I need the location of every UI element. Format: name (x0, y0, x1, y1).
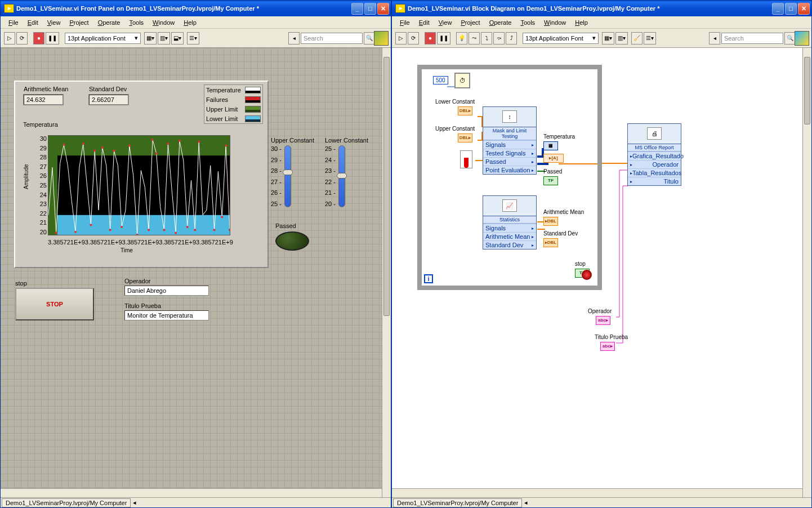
highlight-exec-button[interactable]: 💡 (456, 32, 467, 44)
menu-edit[interactable]: Edit (414, 18, 434, 27)
fp-workspace[interactable]: Arithmetic Mean 24.632 Standard Dev 2.66… (1, 48, 391, 497)
wait-timer-icon[interactable]: ⏱ (454, 73, 470, 88)
scroll-left[interactable]: ◂ (288, 32, 300, 44)
pause-button[interactable]: ❚❚ (46, 32, 59, 44)
align-button[interactable]: ▦▾ (144, 32, 157, 44)
minimize-button[interactable]: _ (351, 3, 363, 15)
string-terminal[interactable]: abc▸ (600, 342, 615, 351)
fp-title: Demo1_LVSeminar.vi Front Panel on Demo1_… (16, 5, 351, 12)
menu-window[interactable]: Window (539, 18, 570, 27)
menu-window[interactable]: Window (148, 18, 179, 27)
h-scrollbar[interactable] (1, 488, 382, 497)
search-icon[interactable]: 🔍 (784, 32, 796, 44)
step-into-button[interactable]: ⤵ (481, 32, 492, 44)
menu-help[interactable]: Help (570, 18, 592, 27)
tf-terminal[interactable]: TF (543, 176, 558, 185)
menu-tools[interactable]: Tools (516, 18, 539, 27)
h-scrollbar[interactable] (392, 488, 802, 497)
dbl-terminal[interactable]: ▸DBL (543, 217, 558, 226)
retain-wire-button[interactable]: ⤳ (469, 32, 480, 44)
menu-file[interactable]: File (4, 18, 23, 27)
dbl-terminal[interactable]: DBL▸ (458, 106, 472, 115)
ms-office-report-express[interactable]: 🖨 MS Office Report ▸Grafica_Resultado ▸O… (627, 123, 681, 186)
search-input[interactable]: Search (301, 33, 363, 44)
legend-item: Temperature (206, 87, 241, 93)
fp-toolbar: ▷ ⟳ ● ❚❚ 13pt Application Font▾ ▦▾ ▥▾ ⬓▾… (1, 29, 391, 48)
menu-help[interactable]: Help (179, 18, 201, 27)
close-button[interactable]: ✕ (798, 3, 810, 15)
const-500[interactable]: 500 (433, 76, 448, 84)
reorder-button[interactable]: ☰▾ (644, 32, 656, 44)
search-input[interactable]: Search (721, 33, 783, 44)
v-scrollbar[interactable] (802, 48, 811, 497)
status-tab[interactable]: Demo1_LVSeminarProy.lvproj/My Computer (2, 498, 131, 507)
svg-point-13 (128, 145, 131, 147)
dbl-terminal[interactable]: ▸DBL (543, 238, 558, 247)
array-terminal[interactable]: ▸[A] (543, 154, 564, 163)
titulo-input[interactable] (124, 310, 209, 320)
legend-item: Failures (206, 96, 228, 103)
font-selector[interactable]: 13pt Application Font▾ (65, 33, 141, 44)
mask-limit-express[interactable]: ↕ Mask and Limit Testing Signals▸ Tested… (483, 106, 537, 175)
menu-edit[interactable]: Edit (23, 18, 43, 27)
menu-file[interactable]: File (395, 18, 414, 27)
maximize-button[interactable]: □ (785, 3, 797, 15)
font-selector[interactable]: 13pt Application Font▾ (523, 33, 599, 44)
menu-view[interactable]: View (43, 18, 65, 27)
distribute-button[interactable]: ▥▾ (615, 32, 628, 44)
close-button[interactable]: ✕ (377, 3, 389, 15)
temperature-chart[interactable]: Temperatura Amplitude 302928272625242322… (23, 130, 230, 253)
svg-point-17 (155, 153, 158, 155)
abort-button[interactable]: ● (33, 32, 44, 44)
pause-button[interactable]: ❚❚ (437, 32, 450, 44)
waveform-terminal[interactable]: ▦ (543, 141, 558, 150)
operador-input[interactable] (124, 286, 209, 296)
search-icon[interactable]: 🔍 (364, 32, 375, 44)
iteration-terminal: i (424, 274, 433, 283)
scroll-left[interactable]: ◂ (709, 32, 720, 44)
mean-label: Arithmetic Mean (543, 209, 584, 215)
step-over-button[interactable]: ⤼ (493, 32, 505, 44)
step-out-button[interactable]: ⤴ (506, 32, 517, 44)
menu-view[interactable]: View (434, 18, 457, 27)
operador-field: Operador (124, 278, 209, 296)
statistics-express[interactable]: 📈 Statistics Signals▸ Arithmetic Mean▸ S… (483, 195, 537, 249)
svg-point-23 (194, 229, 196, 231)
run-cont-button[interactable]: ⟳ (408, 32, 419, 44)
bd-titlebar[interactable]: ▶ Demo1_LVSeminar.vi Block Diagram on De… (392, 1, 811, 16)
resize-button[interactable]: ⬓▾ (171, 32, 184, 44)
menu-operate[interactable]: Operate (485, 18, 516, 27)
bd-workspace[interactable]: i 500 ⏱ Lower Constant DBL▸ Upper Consta… (392, 48, 811, 497)
abort-button[interactable]: ● (425, 32, 436, 44)
dbl-terminal[interactable]: DBL▸ (458, 133, 472, 142)
vi-icon[interactable] (374, 31, 389, 46)
fp-titlebar[interactable]: ▶ Demo1_LVSeminar.vi Front Panel on Demo… (1, 1, 391, 16)
string-terminal[interactable]: abc▸ (596, 316, 610, 325)
run-button[interactable]: ▷ (4, 32, 15, 44)
menu-project[interactable]: Project (65, 18, 93, 27)
run-button[interactable]: ▷ (395, 32, 407, 44)
upper-constant-slider[interactable]: Upper Constant 30 -29 -28 -27 -26 -25 - (271, 137, 310, 207)
loop-stop-terminal[interactable] (582, 270, 592, 280)
v-scrollbar[interactable] (382, 48, 391, 497)
while-loop[interactable]: i 500 ⏱ Lower Constant DBL▸ Upper Consta… (417, 65, 602, 290)
minimize-button[interactable]: _ (772, 3, 784, 15)
thermometer-icon[interactable] (460, 150, 472, 168)
cleanup-button[interactable]: 🧹 (631, 32, 643, 44)
reorder-button[interactable]: ☰▾ (187, 32, 199, 44)
distribute-button[interactable]: ▥▾ (158, 32, 170, 44)
menu-tools[interactable]: Tools (124, 18, 148, 27)
menu-operate[interactable]: Operate (93, 18, 125, 27)
stop-button[interactable]: STOP (15, 288, 94, 320)
chart-legend[interactable]: Temperature Failures Upper Limit Lower L… (204, 84, 263, 124)
maximize-button[interactable]: □ (364, 3, 376, 15)
vi-icon[interactable] (795, 31, 809, 46)
svg-point-18 (163, 229, 166, 231)
titulo-field: Titulo Prueba (124, 302, 209, 320)
status-tab[interactable]: Demo1_LVSeminarProy.lvproj/My Computer (393, 498, 522, 507)
lower-constant-slider[interactable]: Lower Constant 25 -24 -23 -22 -21 -20 - (325, 137, 364, 207)
menu-project[interactable]: Project (456, 18, 484, 27)
run-cont-button[interactable]: ⟳ (16, 32, 28, 44)
align-button[interactable]: ▦▾ (602, 32, 614, 44)
field-label: Titulo Prueba (124, 302, 209, 309)
